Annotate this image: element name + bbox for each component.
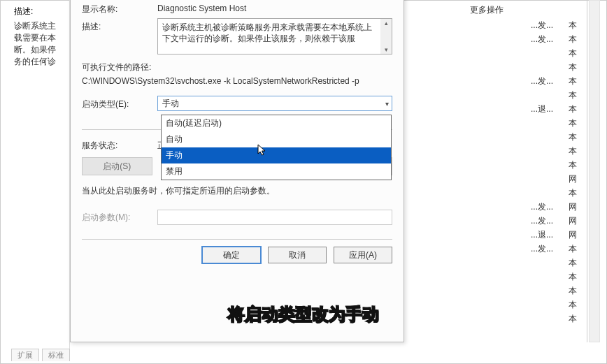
list-row[interactable]: 本 <box>427 186 587 200</box>
description-textbox[interactable]: 诊断系统主机被诊断策略服务用来承载需要在本地系统上下文中运行的诊断。如果停止该服… <box>157 18 392 54</box>
display-name-label: 显示名称: <box>82 1 157 15</box>
list-row[interactable]: ...退...网 <box>427 228 587 242</box>
cancel-button[interactable]: 取消 <box>268 247 327 263</box>
list-row[interactable]: 本 <box>427 270 587 284</box>
status-label: 服务状态: <box>82 137 157 152</box>
list-row[interactable]: ...发...本 <box>427 74 587 88</box>
dropdown-option-auto[interactable]: 自动 <box>162 131 391 147</box>
list-row[interactable]: 本 <box>427 144 587 158</box>
list-row[interactable]: 本 <box>427 284 587 298</box>
chevron-down-icon: ▾ <box>385 100 389 108</box>
list-row[interactable]: ...发...本 <box>427 242 587 256</box>
description-scrollbar[interactable] <box>380 19 392 54</box>
left-desc-line: 断。如果停 <box>14 44 66 56</box>
list-row[interactable]: ...发...网 <box>427 200 587 214</box>
dropdown-option-manual[interactable]: 手动 <box>162 147 391 163</box>
mouse-cursor-icon <box>257 144 267 156</box>
startup-type-dropdown[interactable]: 自动(延迟启动) 自动 手动 禁用 <box>161 115 392 180</box>
list-row[interactable]: 本 <box>427 46 587 60</box>
dropdown-option-disabled[interactable]: 禁用 <box>162 163 391 180</box>
list-row[interactable]: 本 <box>427 60 587 74</box>
vertical-scrollbar[interactable] <box>589 0 600 342</box>
tab-extended[interactable]: 扩展 <box>11 349 39 361</box>
left-desc-line: 诊断系统主 <box>14 20 66 32</box>
list-row[interactable]: 本 <box>427 158 587 172</box>
bottom-tabs: 扩展 标准 <box>11 349 70 361</box>
left-description-pane: 描述: 诊断系统主 载需要在本 断。如果停 务的任何诊 <box>0 0 70 349</box>
apply-button[interactable]: 应用(A) <box>334 247 392 263</box>
list-row[interactable]: 网 <box>427 172 587 186</box>
startup-type-label: 启动类型(E): <box>82 96 157 110</box>
background-service-list: ...退...网...发...本...发...本本本...发...本本...退.… <box>427 0 587 342</box>
list-row[interactable]: 本 <box>427 130 587 144</box>
list-row[interactable]: ...发...本 <box>427 32 587 46</box>
exe-path-label: 可执行文件的路径: <box>82 61 392 73</box>
list-row[interactable]: ...退...本 <box>427 102 587 116</box>
tab-standard[interactable]: 标准 <box>42 349 70 361</box>
list-row[interactable]: 本 <box>427 312 587 326</box>
startup-type-combobox[interactable]: 手动 ▾ <box>157 96 392 111</box>
start-button[interactable]: 启动(S) <box>82 157 152 175</box>
start-parameters-input[interactable] <box>157 210 392 225</box>
left-desc-header: 描述: <box>14 6 66 17</box>
left-desc-line: 载需要在本 <box>14 32 66 44</box>
list-row[interactable]: ...发...网 <box>427 214 587 228</box>
description-label: 描述: <box>82 18 157 33</box>
description-text: 诊断系统主机被诊断策略服务用来承载需要在本地系统上下文中运行的诊断。如果停止该服… <box>162 22 372 43</box>
startup-type-selected: 手动 <box>162 99 179 108</box>
ok-button[interactable]: 确定 <box>202 247 261 263</box>
left-desc-line: 务的任何诊 <box>14 56 66 68</box>
exe-path-value: C:\WINDOWS\System32\svchost.exe -k Local… <box>82 76 392 86</box>
dropdown-option-auto-delayed[interactable]: 自动(延迟启动) <box>162 115 391 131</box>
list-row[interactable]: 本 <box>427 88 587 102</box>
scroll-down-icon[interactable] <box>380 45 392 54</box>
start-parameters-label: 启动参数(M): <box>82 212 157 224</box>
list-row[interactable]: ...发...本 <box>427 18 587 32</box>
list-row[interactable]: 本 <box>427 298 587 312</box>
display-name-value: Diagnostic System Host <box>157 1 392 13</box>
scroll-up-icon[interactable] <box>380 19 392 27</box>
list-row[interactable]: 本 <box>427 116 587 130</box>
list-row[interactable]: 本 <box>427 256 587 270</box>
startup-note: 当从此处启动服务时，你可指定所适用的启动参数。 <box>82 185 392 197</box>
more-actions-label: 更多操作 <box>467 3 579 17</box>
